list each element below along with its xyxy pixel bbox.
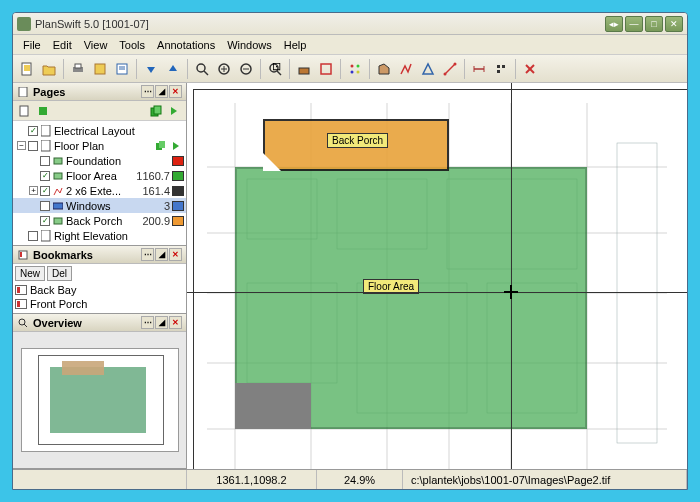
crosshair-vertical — [511, 83, 512, 469]
pages-tree[interactable]: ✓Electrical Layout−Floor PlanFoundation✓… — [13, 121, 186, 245]
tree-label: 2 x6 Exte... — [66, 185, 140, 197]
measure-area-icon[interactable] — [374, 59, 394, 79]
zoom-in-icon[interactable] — [214, 59, 234, 79]
bookmark-del-button[interactable]: Del — [47, 266, 72, 281]
tree-checkbox[interactable]: ✓ — [40, 186, 50, 196]
page-right-icon[interactable] — [166, 103, 182, 119]
tree-row[interactable]: +✓2 x6 Exte...161.4 — [13, 183, 186, 198]
menu-file[interactable]: File — [17, 37, 47, 53]
canvas-viewport[interactable]: Back Porch Floor Area — [187, 83, 687, 469]
tree-row[interactable]: Foundation — [13, 153, 186, 168]
print-icon[interactable] — [68, 59, 88, 79]
tree-toggle-icon[interactable]: + — [29, 186, 38, 195]
page-newlayer-icon[interactable] — [35, 103, 51, 119]
label-back-porch[interactable]: Back Porch — [327, 133, 388, 148]
bookmark-item[interactable]: Back Bay — [15, 283, 184, 297]
restore-button[interactable]: ◂▸ — [605, 16, 623, 32]
tree-checkbox[interactable]: ✓ — [28, 126, 38, 136]
tree-toggle-icon[interactable]: − — [17, 141, 26, 150]
menu-windows[interactable]: Windows — [221, 37, 278, 53]
arrow-down-icon[interactable] — [141, 59, 161, 79]
measure-path-icon[interactable] — [440, 59, 460, 79]
page-copy-icon[interactable] — [148, 103, 164, 119]
new-icon[interactable] — [17, 59, 37, 79]
tree-checkbox[interactable]: ✓ — [40, 216, 50, 226]
note-icon[interactable] — [112, 59, 132, 79]
tree-swatch — [172, 171, 184, 181]
menu-edit[interactable]: Edit — [47, 37, 78, 53]
overview-body[interactable] — [13, 332, 186, 468]
tree-extra-icon[interactable] — [156, 140, 168, 152]
panel-pin-icon[interactable]: ◢ — [155, 248, 168, 261]
tree-checkbox[interactable] — [40, 201, 50, 211]
panel-close-icon[interactable]: ✕ — [169, 316, 182, 329]
page-add-icon[interactable] — [17, 103, 33, 119]
zoom-icon[interactable] — [192, 59, 212, 79]
shape2-icon[interactable] — [316, 59, 336, 79]
tree-row[interactable]: Windows3 — [13, 198, 186, 213]
canvas[interactable]: Back Porch Floor Area — [187, 83, 687, 469]
svg-rect-36 — [20, 106, 28, 116]
pages-panel: Pages ⋯ ◢ ✕ ✓Electrical Layout−Floor Pla… — [13, 83, 186, 246]
tree-row[interactable]: ✓Back Porch200.9 — [13, 213, 186, 228]
svg-rect-35 — [19, 87, 27, 97]
tree-checkbox[interactable] — [28, 141, 38, 151]
book-icon[interactable] — [90, 59, 110, 79]
tree-item-icon — [40, 140, 52, 152]
bookmarks-body: New Del Back BayFront Porch — [13, 264, 186, 313]
maximize-button[interactable]: □ — [645, 16, 663, 32]
svg-rect-3 — [75, 64, 81, 68]
tree-row[interactable]: Right Elevation — [13, 228, 186, 243]
pages-title: Pages — [33, 86, 65, 98]
panel-close-icon[interactable]: ✕ — [169, 85, 182, 98]
bookmark-item[interactable]: Front Porch — [15, 297, 184, 311]
open-icon[interactable] — [39, 59, 59, 79]
svg-rect-45 — [54, 173, 62, 179]
bookmark-new-button[interactable]: New — [15, 266, 45, 281]
panel-pin-icon[interactable]: ◢ — [155, 85, 168, 98]
tree-checkbox[interactable]: ✓ — [40, 171, 50, 181]
svg-rect-46 — [53, 203, 63, 209]
tree-checkbox[interactable] — [28, 231, 38, 241]
tree-row[interactable]: ✓Floor Area1160.7 — [13, 168, 186, 183]
zoom-fit-icon[interactable]: ⊡ — [265, 59, 285, 79]
shape1-icon[interactable] — [294, 59, 314, 79]
separator — [187, 59, 188, 79]
separator — [340, 59, 341, 79]
sidebar: Pages ⋯ ◢ ✕ ✓Electrical Layout−Floor Pla… — [13, 83, 187, 469]
menu-annotations[interactable]: Annotations — [151, 37, 221, 53]
count-icon[interactable] — [491, 59, 511, 79]
menu-tools[interactable]: Tools — [113, 37, 151, 53]
panel-opts-icon[interactable]: ⋯ — [141, 85, 154, 98]
dots-icon[interactable] — [345, 59, 365, 79]
tree-row[interactable]: −Floor Plan — [13, 138, 186, 153]
status-path: c:\plantek\jobs\1001-07\Images\Page2.tif — [403, 470, 687, 489]
measure-line-icon[interactable] — [396, 59, 416, 79]
menu-help[interactable]: Help — [278, 37, 313, 53]
tree-item-icon — [40, 125, 52, 137]
panel-close-icon[interactable]: ✕ — [169, 248, 182, 261]
overview-viewport[interactable] — [38, 355, 164, 445]
tree-item-icon — [52, 170, 64, 182]
tree-row[interactable]: ✓Electrical Layout — [13, 123, 186, 138]
panel-opts-icon[interactable]: ⋯ — [141, 316, 154, 329]
minimize-button[interactable]: — — [625, 16, 643, 32]
svg-point-21 — [357, 64, 360, 67]
panel-opts-icon[interactable]: ⋯ — [141, 248, 154, 261]
measure-angle-icon[interactable] — [418, 59, 438, 79]
tree-play-icon[interactable] — [170, 140, 182, 152]
pages-toolbar — [13, 101, 186, 121]
dimension-icon[interactable] — [469, 59, 489, 79]
delete-icon[interactable] — [520, 59, 540, 79]
svg-rect-31 — [502, 65, 505, 68]
close-button[interactable]: ✕ — [665, 16, 683, 32]
bookmark-icon — [15, 285, 27, 295]
tree-checkbox[interactable] — [40, 156, 50, 166]
separator — [464, 59, 465, 79]
separator — [369, 59, 370, 79]
arrow-up-icon[interactable] — [163, 59, 183, 79]
bookmarks-header: Bookmarks ⋯ ◢ ✕ — [13, 246, 186, 264]
panel-pin-icon[interactable]: ◢ — [155, 316, 168, 329]
zoom-out-icon[interactable] — [236, 59, 256, 79]
menu-view[interactable]: View — [78, 37, 114, 53]
